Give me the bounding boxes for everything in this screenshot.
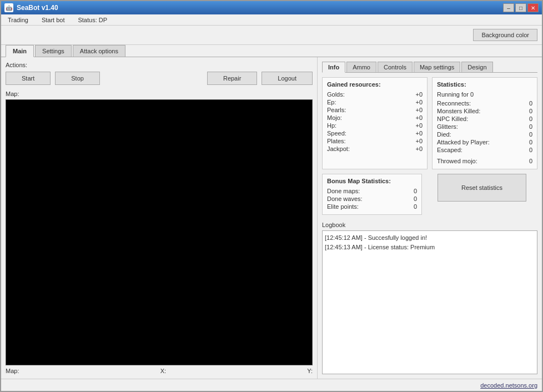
resources-box: Gained resources: Golds: +0 Ep: +0 Pearl…	[322, 77, 428, 169]
resource-value-jackpot: +0	[415, 145, 423, 152]
stat-row-died: Died: 0	[437, 131, 532, 138]
minimize-button[interactable]: –	[503, 3, 514, 12]
resource-value-golds: +0	[415, 91, 423, 98]
start-button[interactable]: Start	[6, 72, 51, 85]
resource-value-mojo: +0	[415, 114, 423, 121]
stat-label-glitters: Glitters:	[437, 123, 458, 130]
title-bar-buttons: – □ ✕	[503, 3, 539, 12]
stat-row-glitters: Glitters: 0	[437, 123, 532, 130]
main-tabs-bar: Main Settings Attack options	[1, 45, 542, 57]
stat-value-throwed-mojo: 0	[529, 158, 532, 164]
menu-item-trading[interactable]: Trading	[3, 16, 33, 24]
bonus-value-maps: 0	[414, 188, 417, 194]
resource-label-ep: Ep:	[327, 99, 336, 105]
info-panel: Gained resources: Golds: +0 Ep: +0 Pearl…	[322, 77, 537, 374]
stat-label-reconnects: Reconnects:	[437, 100, 471, 107]
logbook-label: Logbook	[322, 222, 537, 228]
stat-label-npc: NPC Killed:	[437, 115, 468, 122]
resources-title: Gained resources:	[327, 81, 423, 88]
map-canvas	[6, 99, 313, 365]
map-x-label: X:	[160, 368, 166, 374]
statistics-title: Statistics:	[437, 81, 532, 88]
bonus-box: Bonus Map Statistics: Done maps: 0 Done …	[322, 174, 422, 215]
stat-label-escaped: Escaped:	[437, 147, 462, 153]
resource-value-pearls: +0	[415, 107, 423, 113]
bonus-row-maps: Done maps: 0	[327, 188, 417, 194]
map-footer: Map: X: Y:	[6, 368, 313, 374]
tab-attack-options[interactable]: Attack options	[73, 45, 125, 57]
stat-value-monsters: 0	[529, 108, 532, 114]
resource-label-pearls: Pearls:	[327, 107, 346, 113]
menu-item-startbot[interactable]: Start bot	[37, 16, 69, 24]
resource-row-hp: Hp: +0	[327, 122, 423, 129]
left-panel: Actions: Start Stop Repair Logout Map: M…	[1, 57, 318, 379]
stat-value-npc: 0	[529, 115, 532, 122]
resource-label-speed: Speed:	[327, 130, 346, 137]
stat-label-monsters: Monsters Killed:	[437, 108, 480, 114]
stat-label-throwed-mojo: Throwed mojo:	[437, 158, 477, 164]
map-footer-label: Map:	[6, 368, 19, 374]
right-tabs-bar: Info Ammo Controls Map settings Design	[322, 62, 537, 73]
right-tab-design[interactable]: Design	[461, 62, 492, 72]
right-tab-controls[interactable]: Controls	[378, 62, 413, 72]
close-button[interactable]: ✕	[527, 3, 539, 12]
running-text: Running for 0	[437, 91, 532, 98]
stat-value-attacked: 0	[529, 139, 532, 145]
bonus-value-waves: 0	[414, 195, 417, 202]
main-content: Actions: Start Stop Repair Logout Map: M…	[1, 57, 542, 379]
logout-button[interactable]: Logout	[262, 72, 313, 85]
stat-row-reconnects: Reconnects: 0	[437, 100, 532, 107]
resource-value-speed: +0	[415, 130, 423, 137]
stat-row-attacked: Attacked by Player: 0	[437, 139, 532, 145]
right-tab-ammo[interactable]: Ammo	[346, 62, 376, 72]
bonus-row-waves: Done waves: 0	[327, 195, 417, 202]
stat-label-attacked: Attacked by Player:	[437, 139, 490, 145]
resource-row-mojo: Mojo: +0	[327, 114, 423, 121]
resource-label-mojo: Mojo:	[327, 114, 342, 121]
reset-btn-box: Reset statistics	[426, 174, 537, 202]
map-label: Map:	[6, 91, 313, 97]
right-panel: Info Ammo Controls Map settings Design G…	[318, 57, 542, 379]
tab-settings[interactable]: Settings	[35, 45, 72, 57]
window-title: SeaBot v1.40	[17, 4, 58, 12]
map-y-label: Y:	[307, 368, 313, 374]
actions-left-group: Start Stop	[6, 72, 100, 85]
right-tab-map-settings[interactable]: Map settings	[414, 62, 460, 72]
resource-label-jackpot: Jackpot:	[327, 145, 350, 152]
logbook-section: Logbook [12:45:12 AM] - Succesfully logg…	[322, 222, 537, 374]
toolbar-row: Background color	[1, 26, 542, 45]
stat-value-died: 0	[529, 131, 532, 138]
actions-label: Actions:	[6, 62, 313, 68]
stat-row-npc: NPC Killed: 0	[437, 115, 532, 122]
repair-button[interactable]: Repair	[207, 72, 257, 85]
resource-label-golds: Golds:	[327, 91, 345, 98]
app-icon: 🤖	[4, 3, 13, 12]
title-bar: 🤖 SeaBot v1.40 – □ ✕	[1, 1, 542, 14]
tab-main[interactable]: Main	[6, 45, 34, 57]
bonus-label-elite: Elite points:	[327, 203, 359, 210]
logbook-area[interactable]: [12:45:12 AM] - Succesfully logged in! […	[322, 230, 537, 374]
resource-value-hp: +0	[415, 122, 423, 129]
status-bar: decoded.netsons.org	[1, 379, 542, 391]
actions-right: Repair Logout	[207, 72, 313, 85]
status-link[interactable]: decoded.netsons.org	[480, 382, 537, 389]
resource-value-plates: +0	[415, 138, 423, 144]
logbook-entry-1: [12:45:13 AM] - License status: Premium	[325, 243, 535, 252]
reset-statistics-button[interactable]: Reset statistics	[438, 174, 526, 202]
bonus-row: Bonus Map Statistics: Done maps: 0 Done …	[322, 174, 537, 215]
menu-item-status[interactable]: Status: DP	[73, 16, 112, 24]
resource-label-hp: Hp:	[327, 122, 336, 129]
background-color-button[interactable]: Background color	[473, 29, 537, 41]
resource-row-speed: Speed: +0	[327, 130, 423, 137]
stat-value-escaped: 0	[529, 147, 532, 153]
actions-buttons: Start Stop Repair Logout	[6, 72, 313, 85]
stat-row-throwed-mojo: Throwed mojo: 0	[437, 158, 532, 164]
resource-label-plates: Plates:	[327, 138, 346, 144]
right-tab-info[interactable]: Info	[322, 62, 345, 73]
stop-button[interactable]: Stop	[55, 72, 100, 85]
maximize-button[interactable]: □	[515, 3, 526, 12]
bonus-label-waves: Done waves:	[327, 195, 363, 202]
resource-row-golds: Golds: +0	[327, 91, 423, 98]
statistics-box: Statistics: Running for 0 Reconnects: 0 …	[432, 77, 537, 169]
resource-row-jackpot: Jackpot: +0	[327, 145, 423, 152]
